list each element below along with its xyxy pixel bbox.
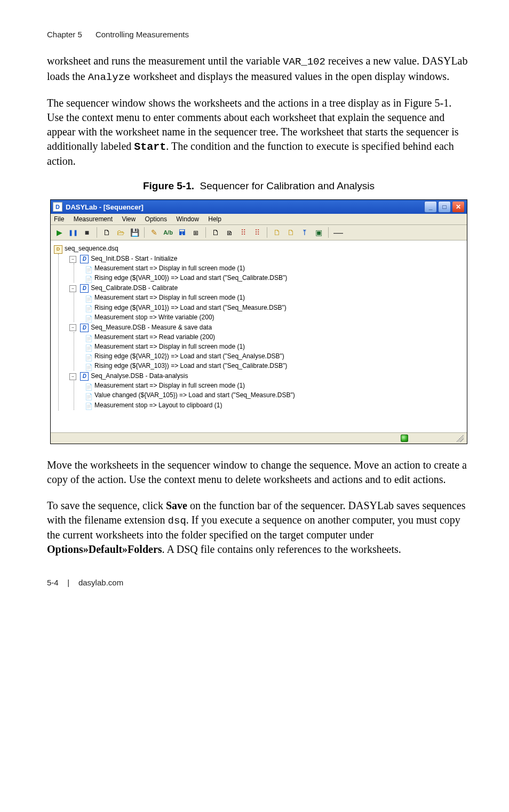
action-label: Measurement start => Display in full scr… [94, 343, 245, 350]
menu-window[interactable]: Window [176, 215, 199, 223]
menu-view[interactable]: View [122, 215, 136, 223]
status-led-icon [401, 435, 408, 442]
open-icon[interactable]: 🗁 [115, 227, 126, 238]
expander-icon[interactable]: − [69, 324, 76, 331]
node-label: Seq_Calibrate.DSB - Calibrate [91, 284, 178, 292]
code-analyze: Analyze [88, 71, 131, 83]
tree-action[interactable]: 📄Measurement start => Display in full sc… [85, 263, 464, 273]
action-label: Rising edge (${VAR_100}) => Load and sta… [94, 274, 287, 282]
action-icon: 📄 [85, 304, 92, 311]
new-icon[interactable]: 🗋 [101, 227, 112, 238]
node-label: Seq_Analyse.DSB - Data-analysis [91, 372, 188, 380]
tree-action[interactable]: 📄Measurement start => Read variable (200… [85, 332, 464, 342]
p4-text-d: . A DSQ file contains only references to… [162, 543, 401, 555]
tree-action[interactable]: 📄Measurement start => Display in full sc… [85, 381, 464, 390]
footer-sep: | [67, 578, 69, 587]
action-label: Measurement start => Display in full scr… [94, 264, 245, 272]
tree-action[interactable]: 📄Rising edge (${VAR_100}) => Load and st… [85, 273, 464, 283]
paragraph-4: To save the sequence, click Save on the … [47, 499, 471, 557]
figure-caption-text: Sequencer for Calibration and Analysis [200, 180, 375, 191]
action-icon: 📄 [85, 392, 92, 399]
menu-help[interactable]: Help [208, 215, 221, 223]
action-icon: 📄 [85, 275, 92, 282]
minimize-button[interactable]: _ [424, 201, 437, 213]
footer-site: dasylab.com [78, 578, 123, 587]
dash-icon[interactable]: — [333, 227, 344, 238]
page-number: 5-4 [47, 578, 59, 587]
save-icon[interactable]: 💾 [129, 227, 140, 238]
action-label: Rising edge (${VAR_103}) => Load and sta… [94, 362, 287, 369]
target-icon[interactable]: ▣ [313, 227, 324, 238]
window-title: DASYLab - [Sequencer] [66, 203, 424, 211]
ab-icon[interactable]: A/b [163, 227, 173, 238]
maximize-button[interactable]: □ [438, 201, 451, 213]
code-start: Start [134, 141, 166, 153]
list-icon[interactable]: 🗉 [190, 227, 201, 238]
worksheet-icon: D [80, 255, 89, 263]
node-label: Seq_Init.DSB - Start - Initialize [91, 255, 177, 262]
tree-area: Dseq_sequence.dsq − DSeq_Init.DSB - Star… [51, 240, 467, 432]
toolbar-sep-1 [97, 227, 97, 238]
pause-icon[interactable]: ❚❚ [68, 227, 78, 238]
expander-icon[interactable]: − [69, 256, 76, 263]
tree-action[interactable]: 📄Measurement start => Display in full sc… [85, 342, 464, 351]
menubar: File Measurement View Options Window Hel… [51, 214, 467, 225]
bold-options-path: Options»Default»Folders [47, 543, 162, 555]
figure-caption: Figure 5-1. Sequencer for Calibration an… [47, 180, 471, 192]
close-button[interactable]: ✕ [452, 201, 465, 213]
grid2-icon[interactable]: ⠿ [252, 227, 263, 238]
tree-action[interactable]: 📄Rising edge (${VAR_101}) => Load and st… [85, 303, 464, 312]
toolbar-sep-5 [328, 227, 329, 238]
toolbar-sep-4 [267, 227, 267, 238]
expander-icon[interactable]: − [69, 373, 76, 380]
resize-grip-icon[interactable] [456, 435, 464, 442]
tree-action[interactable]: 📄Measurement stop => Layout to clipboard… [85, 400, 464, 410]
win1-icon[interactable]: 🗋 [272, 227, 282, 238]
statusbar [51, 432, 467, 444]
paragraph-2: The sequencer window shows the worksheet… [47, 96, 471, 168]
worksheet-icon[interactable]: 🖬 [177, 227, 187, 238]
action-icon: 📄 [85, 363, 92, 369]
expander-icon[interactable]: − [69, 285, 76, 292]
tree-action[interactable]: 📄Measurement start => Display in full sc… [85, 293, 464, 302]
tree-action[interactable]: 📄Measurement stop => Write variable (200… [85, 312, 464, 322]
node-label: Seq_Measure.DSB - Measure & save data [91, 324, 212, 331]
toolbar-sep-3 [205, 227, 206, 238]
win2-icon[interactable]: 🗋 [285, 227, 296, 238]
action-icon: 📄 [85, 383, 92, 389]
action-icon: 📄 [85, 295, 92, 301]
code-dsq: dsq [168, 515, 186, 527]
worksheet-icon: D [80, 284, 89, 293]
action-label: Measurement stop => Layout to clipboard … [94, 401, 222, 409]
tree-action[interactable]: 📄Rising edge (${VAR_102}) => Load and st… [85, 351, 464, 361]
up-icon[interactable]: ⤒ [299, 227, 310, 238]
tree-node-calibrate[interactable]: − DSeq_Calibrate.DSB - Calibrate 📄Measur… [69, 283, 464, 322]
action-label: Rising edge (${VAR_101}) => Load and sta… [94, 304, 287, 311]
toolbar-sep-2 [144, 227, 145, 238]
p1-text-a: worksheet and runs the measurement until… [47, 55, 283, 67]
worksheet-icon: D [80, 324, 89, 332]
menu-options[interactable]: Options [145, 215, 167, 223]
tree-node-analyse[interactable]: − DSeq_Analyse.DSB - Data-analysis 📄Meas… [69, 371, 464, 410]
doc1-icon[interactable]: 🗋 [210, 227, 221, 238]
tree-action[interactable]: 📄Value changed (${VAR_105}) => Load and … [85, 390, 464, 400]
grid1-icon[interactable]: ⠿ [238, 227, 249, 238]
tree-root[interactable]: Dseq_sequence.dsq − DSeq_Init.DSB - Star… [54, 244, 464, 411]
menu-file[interactable]: File [54, 215, 64, 223]
stop-icon[interactable]: ■ [82, 227, 92, 238]
paragraph-3: Move the worksheets in the sequencer win… [47, 458, 471, 487]
tree-node-measure[interactable]: − DSeq_Measure.DSB - Measure & save data… [69, 323, 464, 372]
menu-measurement[interactable]: Measurement [74, 215, 113, 223]
sequencer-window: D DASYLab - [Sequencer] _ □ ✕ File Measu… [50, 199, 467, 444]
tree-action[interactable]: 📄Rising edge (${VAR_103}) => Load and st… [85, 361, 464, 371]
action-icon: 📄 [85, 344, 92, 350]
tree-node-init[interactable]: − DSeq_Init.DSB - Start - Initialize 📄Me… [69, 254, 464, 283]
titlebar: D DASYLab - [Sequencer] _ □ ✕ [51, 200, 467, 214]
doc2-icon[interactable]: 🗈 [224, 227, 235, 238]
play-icon[interactable]: ▶ [54, 227, 65, 238]
worksheet-icon: D [80, 372, 89, 381]
action-icon: 📄 [85, 334, 92, 341]
code-var102: VAR_102 [283, 56, 325, 68]
edit-icon[interactable]: ✎ [149, 227, 160, 238]
bold-save: Save [166, 500, 187, 511]
